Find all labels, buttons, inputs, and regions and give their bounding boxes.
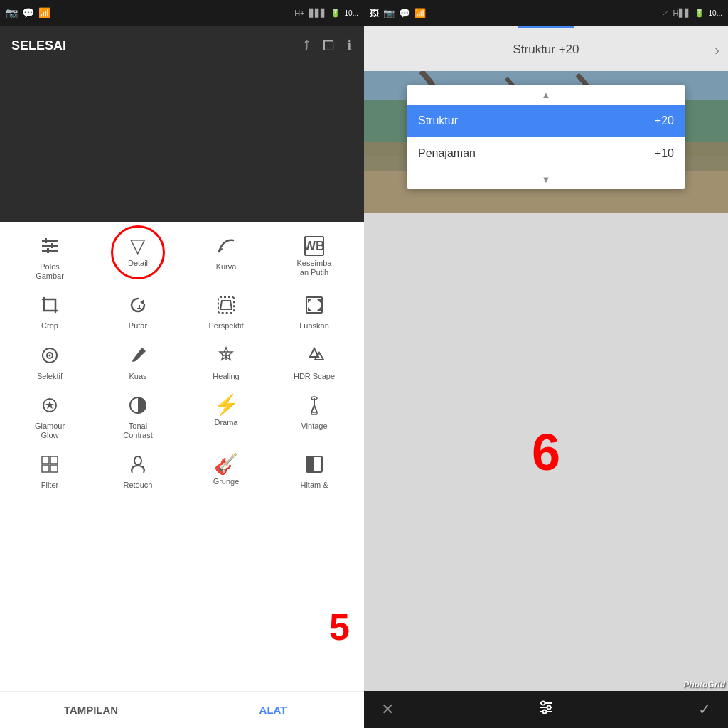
- hitam-putih-label: Hitam &: [300, 481, 328, 490]
- tool-filter[interactable]: Filter: [6, 447, 94, 497]
- battery-icon-right: 🔋: [695, 9, 705, 18]
- svg-marker-12: [308, 299, 312, 303]
- svg-point-46: [543, 710, 547, 714]
- wifi-icon-right: 📶: [414, 8, 426, 18]
- glamour-glow-icon: [40, 395, 60, 419]
- tool-tonal-contrast[interactable]: TonalContrast: [94, 388, 182, 447]
- svg-marker-26: [46, 401, 54, 409]
- svg-rect-0: [42, 240, 58, 242]
- wifi-icon: 📶: [38, 7, 50, 18]
- tools-panel: PolesGambar ▽ Detail Kurva WB Keseimbaan…: [0, 222, 364, 691]
- tool-grunge[interactable]: 🎸 Grunge: [182, 447, 270, 497]
- dropdown-item-penajaman[interactable]: Penajaman +10: [407, 137, 685, 170]
- dropdown-chevron-down[interactable]: ▼: [407, 170, 685, 189]
- perspektif-label: Perspektif: [209, 321, 244, 331]
- left-status-bar: 📷 💬 📶 H+ ▋▋▋ 🔋 10...: [0, 0, 364, 26]
- tool-drama[interactable]: ⚡ Drama: [182, 388, 270, 447]
- tool-luaskan[interactable]: Luaskan: [270, 288, 358, 338]
- selesai-title[interactable]: SELESAI: [11, 38, 291, 53]
- retouch-label: Retouch: [124, 481, 153, 490]
- tool-kurva[interactable]: Kurva: [182, 229, 270, 288]
- svg-rect-4: [51, 243, 53, 248]
- tool-putar[interactable]: Putar: [94, 288, 182, 338]
- svg-point-19: [49, 354, 51, 356]
- close-icon[interactable]: ✕: [381, 700, 394, 719]
- svg-point-44: [542, 702, 545, 705]
- right-panel: 🖼 📷 💬 📶 ⟋ H▋▋ 🔋 10... Struktur +20 ›: [364, 0, 728, 728]
- tool-vintage[interactable]: Vintage: [270, 388, 358, 447]
- tool-poles-gambar[interactable]: PolesGambar: [6, 229, 94, 288]
- hitam-putih-icon: [304, 454, 324, 478]
- struktur-value: +20: [655, 114, 674, 127]
- kuas-label: Kuas: [129, 372, 146, 381]
- left-image-area: [0, 65, 364, 222]
- tab-alat[interactable]: ALAT: [182, 698, 364, 722]
- svg-rect-32: [42, 465, 49, 472]
- detail-label: Detail: [128, 259, 148, 268]
- signal-icon: H+: [294, 9, 304, 17]
- healing-icon: [216, 346, 236, 369]
- poles-gambar-icon: [40, 236, 60, 259]
- tonal-contrast-label: TonalContrast: [123, 422, 153, 440]
- drama-label: Drama: [214, 418, 237, 427]
- selektif-label: Selektif: [37, 372, 63, 381]
- instagram-icon-right: 📷: [383, 8, 395, 18]
- tool-keseimbangan[interactable]: WB Keseimbaan Putih: [270, 229, 358, 288]
- signal-bars-right: H▋▋: [673, 9, 690, 18]
- detail-icon: ▽: [130, 236, 146, 256]
- svg-point-34: [134, 456, 141, 465]
- tool-crop[interactable]: Crop: [6, 288, 94, 338]
- check-icon[interactable]: ✓: [698, 700, 711, 719]
- svg-rect-31: [50, 456, 58, 464]
- tool-perspektif[interactable]: Perspektif: [182, 288, 270, 338]
- perspektif-icon: [216, 295, 236, 318]
- info-icon[interactable]: ℹ: [347, 37, 353, 54]
- tool-hitam-putih[interactable]: Hitam &: [270, 447, 358, 497]
- tool-selektif[interactable]: Selektif: [6, 338, 94, 388]
- dropdown-chevron-up[interactable]: ▲: [407, 85, 685, 105]
- tool-detail[interactable]: ▽ Detail: [94, 229, 182, 288]
- left-top-bar: SELESAI ⤴ ⧠ ℹ: [0, 26, 364, 65]
- vintage-label: Vintage: [301, 422, 327, 431]
- tool-retouch[interactable]: Retouch: [94, 447, 182, 497]
- crop-icon: [40, 295, 60, 318]
- svg-rect-33: [50, 465, 58, 472]
- putar-label: Putar: [129, 321, 147, 331]
- tools-grid: PolesGambar ▽ Detail Kurva WB Keseimbaan…: [6, 229, 358, 497]
- selektif-icon: [40, 346, 60, 369]
- battery-level-right: 10...: [709, 9, 722, 17]
- tab-tampilan[interactable]: TAMPILAN: [0, 698, 182, 722]
- message-icon: 💬: [22, 7, 34, 18]
- luaskan-icon: [304, 295, 324, 318]
- penajaman-label: Penajaman: [418, 147, 476, 160]
- tool-glamour-glow[interactable]: GlamourGlow: [6, 388, 94, 447]
- sliders-icon[interactable]: [537, 699, 555, 720]
- tool-healing[interactable]: Healing: [182, 338, 270, 388]
- kurva-label: Kurva: [216, 262, 237, 272]
- right-arrow-icon: ›: [714, 42, 719, 58]
- svg-rect-3: [45, 238, 47, 243]
- photogrid-watermark: PhotoGrid: [683, 680, 725, 690]
- dropdown-item-struktur[interactable]: Struktur +20: [407, 105, 685, 137]
- right-badge-6: 6: [532, 423, 560, 481]
- svg-marker-11: [220, 301, 232, 309]
- layers-icon[interactable]: ⧠: [321, 38, 336, 54]
- retouch-icon: [128, 454, 148, 478]
- share-icon[interactable]: ⤴: [303, 38, 310, 54]
- struktur-header: Struktur +20 ›: [364, 28, 728, 71]
- healing-label: Healing: [213, 372, 239, 381]
- tool-hdr-scape[interactable]: HDR Scape: [270, 338, 358, 388]
- right-image-area: ▲ Struktur +20 Penajaman +10 ▼: [364, 71, 728, 213]
- svg-rect-1: [42, 245, 58, 247]
- right-status-bar: 🖼 📷 💬 📶 ⟋ H▋▋ 🔋 10...: [364, 0, 728, 26]
- tonal-contrast-icon: [128, 395, 148, 419]
- struktur-label: Struktur: [418, 114, 458, 127]
- tool-kuas[interactable]: Kuas: [94, 338, 182, 388]
- poles-gambar-label: PolesGambar: [36, 262, 64, 281]
- signal-bars-icon: ▋▋▋: [309, 9, 326, 18]
- crop-label: Crop: [41, 321, 58, 331]
- keseimbangan-label: Keseimbaan Putih: [297, 259, 332, 277]
- battery-level: 10...: [345, 9, 358, 17]
- drama-icon: ⚡: [214, 395, 239, 415]
- filter-label: Filter: [41, 481, 58, 490]
